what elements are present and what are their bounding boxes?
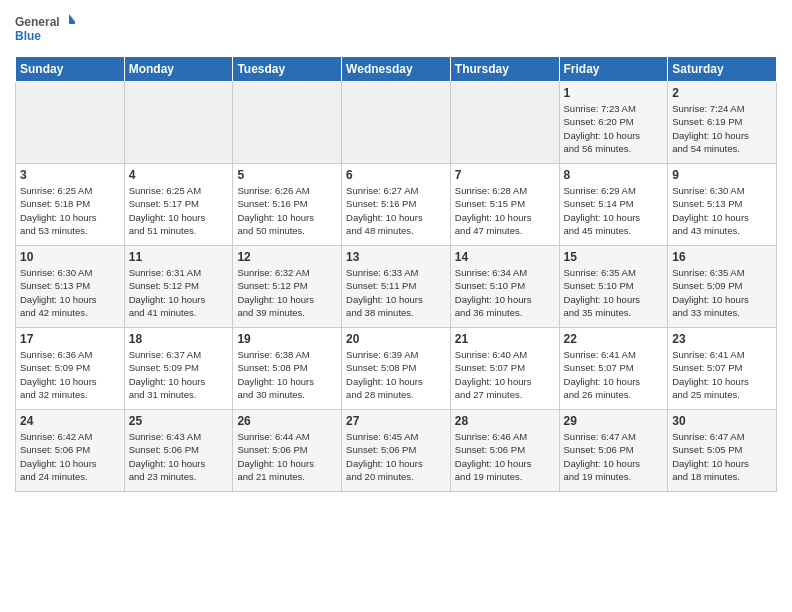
day-info: Sunrise: 6:41 AM Sunset: 5:07 PM Dayligh… <box>564 348 664 401</box>
calendar-cell: 1Sunrise: 7:23 AM Sunset: 6:20 PM Daylig… <box>559 82 668 164</box>
calendar-week-row: 1Sunrise: 7:23 AM Sunset: 6:20 PM Daylig… <box>16 82 777 164</box>
day-info: Sunrise: 6:25 AM Sunset: 5:17 PM Dayligh… <box>129 184 229 237</box>
day-number: 4 <box>129 168 229 182</box>
calendar-cell: 13Sunrise: 6:33 AM Sunset: 5:11 PM Dayli… <box>342 246 451 328</box>
weekday-header: Thursday <box>450 57 559 82</box>
day-number: 28 <box>455 414 555 428</box>
day-info: Sunrise: 6:35 AM Sunset: 5:09 PM Dayligh… <box>672 266 772 319</box>
day-number: 8 <box>564 168 664 182</box>
day-number: 15 <box>564 250 664 264</box>
logo-svg: General Blue <box>15 10 75 50</box>
day-number: 27 <box>346 414 446 428</box>
day-number: 26 <box>237 414 337 428</box>
calendar-cell: 5Sunrise: 6:26 AM Sunset: 5:16 PM Daylig… <box>233 164 342 246</box>
page-header: General Blue <box>15 10 777 50</box>
day-number: 7 <box>455 168 555 182</box>
day-number: 11 <box>129 250 229 264</box>
day-info: Sunrise: 6:35 AM Sunset: 5:10 PM Dayligh… <box>564 266 664 319</box>
calendar-cell: 18Sunrise: 6:37 AM Sunset: 5:09 PM Dayli… <box>124 328 233 410</box>
calendar-cell: 6Sunrise: 6:27 AM Sunset: 5:16 PM Daylig… <box>342 164 451 246</box>
calendar-week-row: 10Sunrise: 6:30 AM Sunset: 5:13 PM Dayli… <box>16 246 777 328</box>
day-info: Sunrise: 6:32 AM Sunset: 5:12 PM Dayligh… <box>237 266 337 319</box>
day-number: 19 <box>237 332 337 346</box>
calendar-cell: 15Sunrise: 6:35 AM Sunset: 5:10 PM Dayli… <box>559 246 668 328</box>
weekday-header: Friday <box>559 57 668 82</box>
day-info: Sunrise: 7:24 AM Sunset: 6:19 PM Dayligh… <box>672 102 772 155</box>
day-info: Sunrise: 6:38 AM Sunset: 5:08 PM Dayligh… <box>237 348 337 401</box>
day-info: Sunrise: 6:33 AM Sunset: 5:11 PM Dayligh… <box>346 266 446 319</box>
calendar-cell: 3Sunrise: 6:25 AM Sunset: 5:18 PM Daylig… <box>16 164 125 246</box>
day-info: Sunrise: 6:39 AM Sunset: 5:08 PM Dayligh… <box>346 348 446 401</box>
calendar-cell: 14Sunrise: 6:34 AM Sunset: 5:10 PM Dayli… <box>450 246 559 328</box>
calendar-cell: 28Sunrise: 6:46 AM Sunset: 5:06 PM Dayli… <box>450 410 559 492</box>
day-number: 17 <box>20 332 120 346</box>
calendar-cell: 25Sunrise: 6:43 AM Sunset: 5:06 PM Dayli… <box>124 410 233 492</box>
calendar-week-row: 24Sunrise: 6:42 AM Sunset: 5:06 PM Dayli… <box>16 410 777 492</box>
day-info: Sunrise: 6:25 AM Sunset: 5:18 PM Dayligh… <box>20 184 120 237</box>
day-number: 29 <box>564 414 664 428</box>
calendar-cell: 27Sunrise: 6:45 AM Sunset: 5:06 PM Dayli… <box>342 410 451 492</box>
calendar-cell: 24Sunrise: 6:42 AM Sunset: 5:06 PM Dayli… <box>16 410 125 492</box>
calendar-cell: 2Sunrise: 7:24 AM Sunset: 6:19 PM Daylig… <box>668 82 777 164</box>
day-info: Sunrise: 6:37 AM Sunset: 5:09 PM Dayligh… <box>129 348 229 401</box>
calendar-cell: 30Sunrise: 6:47 AM Sunset: 5:05 PM Dayli… <box>668 410 777 492</box>
calendar-table: SundayMondayTuesdayWednesdayThursdayFrid… <box>15 56 777 492</box>
weekday-header: Monday <box>124 57 233 82</box>
day-number: 5 <box>237 168 337 182</box>
day-number: 22 <box>564 332 664 346</box>
day-number: 9 <box>672 168 772 182</box>
calendar-cell: 29Sunrise: 6:47 AM Sunset: 5:06 PM Dayli… <box>559 410 668 492</box>
day-number: 10 <box>20 250 120 264</box>
calendar-cell: 17Sunrise: 6:36 AM Sunset: 5:09 PM Dayli… <box>16 328 125 410</box>
svg-text:Blue: Blue <box>15 29 41 43</box>
day-info: Sunrise: 6:28 AM Sunset: 5:15 PM Dayligh… <box>455 184 555 237</box>
day-info: Sunrise: 6:41 AM Sunset: 5:07 PM Dayligh… <box>672 348 772 401</box>
day-number: 1 <box>564 86 664 100</box>
day-number: 14 <box>455 250 555 264</box>
calendar-cell <box>124 82 233 164</box>
day-number: 21 <box>455 332 555 346</box>
weekday-header: Tuesday <box>233 57 342 82</box>
calendar-cell: 4Sunrise: 6:25 AM Sunset: 5:17 PM Daylig… <box>124 164 233 246</box>
day-info: Sunrise: 6:44 AM Sunset: 5:06 PM Dayligh… <box>237 430 337 483</box>
calendar-week-row: 17Sunrise: 6:36 AM Sunset: 5:09 PM Dayli… <box>16 328 777 410</box>
weekday-header: Saturday <box>668 57 777 82</box>
day-number: 12 <box>237 250 337 264</box>
day-info: Sunrise: 7:23 AM Sunset: 6:20 PM Dayligh… <box>564 102 664 155</box>
day-number: 24 <box>20 414 120 428</box>
day-info: Sunrise: 6:29 AM Sunset: 5:14 PM Dayligh… <box>564 184 664 237</box>
calendar-cell: 21Sunrise: 6:40 AM Sunset: 5:07 PM Dayli… <box>450 328 559 410</box>
day-number: 23 <box>672 332 772 346</box>
day-number: 13 <box>346 250 446 264</box>
day-number: 25 <box>129 414 229 428</box>
calendar-cell: 9Sunrise: 6:30 AM Sunset: 5:13 PM Daylig… <box>668 164 777 246</box>
calendar-cell: 20Sunrise: 6:39 AM Sunset: 5:08 PM Dayli… <box>342 328 451 410</box>
calendar-cell: 10Sunrise: 6:30 AM Sunset: 5:13 PM Dayli… <box>16 246 125 328</box>
day-info: Sunrise: 6:30 AM Sunset: 5:13 PM Dayligh… <box>672 184 772 237</box>
calendar-cell <box>233 82 342 164</box>
calendar-cell <box>450 82 559 164</box>
calendar-cell: 8Sunrise: 6:29 AM Sunset: 5:14 PM Daylig… <box>559 164 668 246</box>
calendar-cell: 12Sunrise: 6:32 AM Sunset: 5:12 PM Dayli… <box>233 246 342 328</box>
day-number: 18 <box>129 332 229 346</box>
calendar-cell: 7Sunrise: 6:28 AM Sunset: 5:15 PM Daylig… <box>450 164 559 246</box>
calendar-week-row: 3Sunrise: 6:25 AM Sunset: 5:18 PM Daylig… <box>16 164 777 246</box>
calendar-cell: 11Sunrise: 6:31 AM Sunset: 5:12 PM Dayli… <box>124 246 233 328</box>
calendar-cell: 23Sunrise: 6:41 AM Sunset: 5:07 PM Dayli… <box>668 328 777 410</box>
day-info: Sunrise: 6:34 AM Sunset: 5:10 PM Dayligh… <box>455 266 555 319</box>
calendar-cell: 19Sunrise: 6:38 AM Sunset: 5:08 PM Dayli… <box>233 328 342 410</box>
day-info: Sunrise: 6:47 AM Sunset: 5:05 PM Dayligh… <box>672 430 772 483</box>
day-info: Sunrise: 6:36 AM Sunset: 5:09 PM Dayligh… <box>20 348 120 401</box>
calendar-cell: 16Sunrise: 6:35 AM Sunset: 5:09 PM Dayli… <box>668 246 777 328</box>
day-number: 16 <box>672 250 772 264</box>
day-info: Sunrise: 6:26 AM Sunset: 5:16 PM Dayligh… <box>237 184 337 237</box>
calendar-cell <box>342 82 451 164</box>
day-number: 2 <box>672 86 772 100</box>
day-info: Sunrise: 6:47 AM Sunset: 5:06 PM Dayligh… <box>564 430 664 483</box>
day-info: Sunrise: 6:43 AM Sunset: 5:06 PM Dayligh… <box>129 430 229 483</box>
day-info: Sunrise: 6:45 AM Sunset: 5:06 PM Dayligh… <box>346 430 446 483</box>
day-info: Sunrise: 6:31 AM Sunset: 5:12 PM Dayligh… <box>129 266 229 319</box>
day-info: Sunrise: 6:46 AM Sunset: 5:06 PM Dayligh… <box>455 430 555 483</box>
weekday-header: Sunday <box>16 57 125 82</box>
svg-marker-2 <box>69 14 75 24</box>
